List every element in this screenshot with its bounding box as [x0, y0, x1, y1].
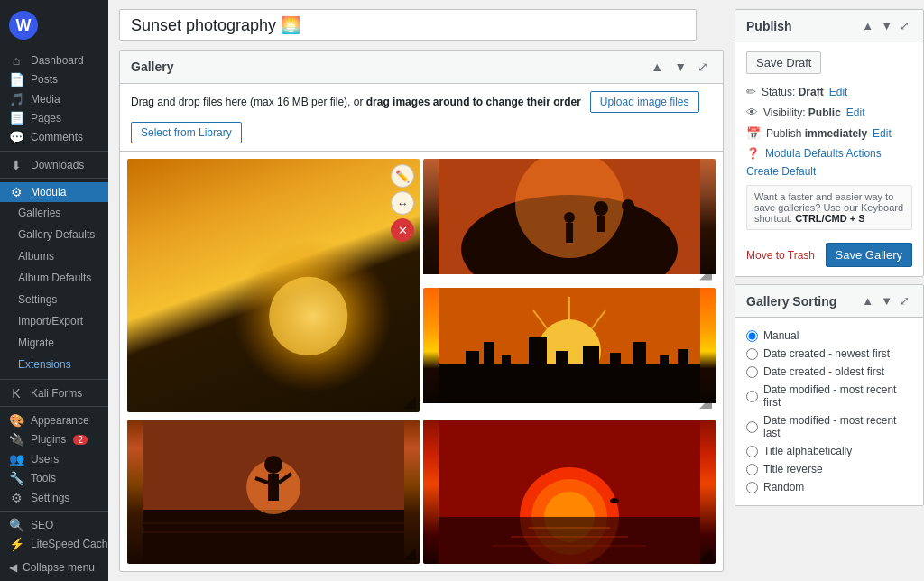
sidebar-item-media[interactable]: 🎵 Media	[0, 89, 108, 108]
sorting-collapse-down-button[interactable]: ▼	[878, 292, 895, 309]
save-gallery-button[interactable]: Save Gallery	[826, 243, 912, 267]
sidebar-item-settings[interactable]: ⚙ Settings	[0, 488, 108, 507]
seo-icon: 🔍	[9, 518, 23, 532]
status-label: Status: Draft	[762, 86, 824, 98]
svg-point-41	[610, 498, 619, 503]
svg-rect-0	[143, 159, 405, 412]
gallery-header-controls: ▲ ▼ ⤢	[647, 58, 712, 76]
gallery-image-photographer[interactable]: ✏️ ↔ ✕	[127, 159, 420, 412]
sidebar-item-dashboard[interactable]: ⌂ Dashboard	[0, 51, 108, 69]
sidebar-item-users[interactable]: 👥 Users	[0, 449, 108, 468]
sorting-radio-modified-newest[interactable]	[746, 391, 758, 402]
sidebar-sub-extensions[interactable]: Extensions	[9, 354, 108, 375]
move-to-trash-link[interactable]: Move to Trash	[746, 249, 815, 262]
comments-icon: 💬	[9, 130, 23, 144]
sorting-option-modified-newest: Date modified - most recent first	[746, 381, 912, 411]
publish-collapse-down-button[interactable]: ▼	[878, 17, 895, 34]
sidebar-item-modula[interactable]: ⚙ Modula	[0, 182, 108, 201]
gallery-collapse-down-button[interactable]: ▼	[670, 58, 690, 76]
media-icon: 🎵	[9, 92, 23, 106]
sidebar-item-plugins[interactable]: 🔌 Plugins 2	[0, 430, 108, 449]
sidebar-sub-migrate[interactable]: Migrate	[9, 332, 108, 354]
sorting-radio-title-reverse[interactable]	[746, 464, 758, 475]
pages-icon: 📃	[9, 111, 23, 125]
publish-time-edit-link[interactable]: Edit	[873, 127, 892, 140]
sidebar-sub-album-defaults[interactable]: Album Defaults	[9, 267, 108, 289]
collapse-menu-button[interactable]: ◀ Collapse menu	[0, 554, 108, 581]
sidebar-logo: W	[0, 0, 108, 51]
sidebar-sub-import-export[interactable]: Import/Export	[9, 310, 108, 332]
visibility-row: 👁 Visibility: Public Edit	[746, 102, 912, 123]
sidebar-item-litespeed[interactable]: ⚡ LiteSpeed Cache	[0, 535, 108, 554]
sidebar-item-tools[interactable]: 🔧 Tools	[0, 468, 108, 487]
svg-rect-6	[597, 216, 605, 232]
sorting-panel-controls: ▲ ▼ ⤢	[859, 292, 912, 309]
svg-rect-23	[610, 353, 621, 403]
select-from-library-button[interactable]: Select from Library	[131, 122, 242, 143]
publish-expand-button[interactable]: ⤢	[897, 17, 912, 34]
sorting-radio-date-oldest[interactable]	[746, 366, 758, 378]
sidebar-item-appearance[interactable]: 🎨 Appearance	[0, 410, 108, 429]
svg-rect-10	[566, 223, 573, 243]
sorting-collapse-up-button[interactable]: ▲	[859, 292, 876, 309]
sidebar-item-posts[interactable]: 📄 Posts	[0, 69, 108, 88]
sidebar-sub-settings[interactable]: Settings	[9, 289, 108, 310]
gallery-image-skyline[interactable]	[423, 288, 716, 413]
collapse-icon: ◀	[9, 561, 17, 574]
gallery-panel-header: Gallery ▲ ▼ ⤢	[120, 51, 723, 84]
posts-icon: 📄	[9, 72, 23, 87]
sorting-radio-manual[interactable]	[746, 330, 758, 342]
sidebar-sub-galleries[interactable]: Galleries	[9, 202, 108, 224]
gallery-image-delete-button[interactable]: ✕	[391, 218, 414, 242]
gallery-expand-button[interactable]: ⤢	[694, 58, 712, 76]
status-edit-link[interactable]: Edit	[829, 86, 848, 98]
sidebar-item-pages[interactable]: 📃 Pages	[0, 108, 108, 127]
sidebar-item-downloads[interactable]: ⬇ Downloads	[0, 155, 108, 174]
svg-point-1	[269, 277, 347, 355]
sidebar-modula-submenu: Galleries Gallery Defaults Albums Album …	[0, 202, 108, 375]
sorting-option-title-alpha: Title alphabetically	[746, 442, 912, 460]
silhouette-svg	[423, 159, 716, 274]
post-title-input[interactable]	[119, 9, 697, 41]
sidebar-item-seo[interactable]: 🔍 SEO	[0, 515, 108, 534]
wordpress-icon: W	[9, 11, 38, 40]
gallery-collapse-up-button[interactable]: ▲	[647, 58, 667, 76]
sorting-option-manual: Manual	[746, 327, 912, 345]
upload-image-files-button[interactable]: Upload image files	[590, 91, 699, 113]
svg-point-9	[564, 212, 575, 223]
settings-icon: ⚙	[9, 491, 23, 505]
svg-rect-19	[502, 355, 511, 403]
sorting-option-title-reverse: Title reverse	[746, 460, 912, 478]
save-draft-button[interactable]: Save Draft	[746, 51, 821, 74]
gallery-image-person-sunset[interactable]	[127, 420, 420, 564]
sorting-label-title-alpha: Title alphabetically	[763, 445, 852, 457]
dashboard-icon: ⌂	[9, 53, 23, 68]
gallery-image-silhouette[interactable]	[423, 159, 716, 284]
sun-sea-svg	[423, 420, 716, 564]
gallery-grid-bottom	[120, 420, 723, 571]
gallery-sorting-body: Manual Date created - newest first Date …	[735, 318, 923, 505]
status-row: ✏ Status: Draft Edit	[746, 81, 912, 102]
gallery-upload-bar: Drag and drop files here (max 16 MB per …	[120, 84, 723, 152]
gallery-sorting-header: Gallery Sorting ▲ ▼ ⤢	[735, 285, 923, 318]
sidebar-sub-gallery-defaults[interactable]: Gallery Defaults	[9, 224, 108, 245]
gallery-image-sun-sea-bg	[423, 420, 716, 564]
sidebar-item-kali-forms[interactable]: K Kali Forms	[0, 383, 108, 402]
sorting-expand-button[interactable]: ⤢	[897, 292, 912, 309]
create-default-link[interactable]: Create Default	[746, 163, 912, 180]
publish-panel-controls: ▲ ▼ ⤢	[859, 17, 912, 34]
svg-point-7	[622, 199, 634, 212]
sorting-radio-date-newest[interactable]	[746, 348, 758, 360]
gallery-image-sun-sea[interactable]	[423, 420, 716, 564]
publish-collapse-up-button[interactable]: ▲	[859, 17, 876, 34]
sorting-radio-random[interactable]	[746, 482, 758, 493]
gallery-image-crop-button[interactable]: ↔	[391, 191, 414, 215]
users-icon: 👥	[9, 452, 23, 466]
sidebar-sub-albums[interactable]: Albums	[9, 245, 108, 267]
sidebar-item-comments[interactable]: 💬 Comments	[0, 128, 108, 147]
right-panel: Publish ▲ ▼ ⤢ Save Draft ✏ Status: Draft…	[735, 0, 924, 581]
sorting-radio-title-alpha[interactable]	[746, 446, 758, 457]
sorting-radio-modified-oldest[interactable]	[746, 421, 758, 433]
visibility-edit-link[interactable]: Edit	[846, 106, 865, 119]
gallery-image-edit-button[interactable]: ✏️	[391, 164, 414, 188]
